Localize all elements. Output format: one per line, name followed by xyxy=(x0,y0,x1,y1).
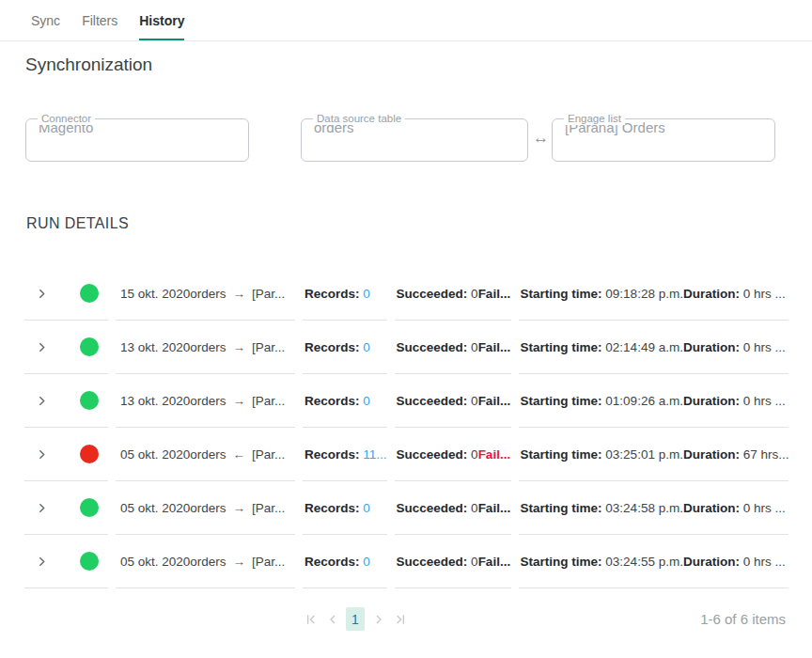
succeeded-value: 0 xyxy=(471,287,478,301)
status-dot xyxy=(80,284,99,303)
succeeded-label: Succeeded: xyxy=(397,447,468,462)
run-date: 13 okt. 2020 xyxy=(120,394,190,408)
records-label: Records: xyxy=(304,287,360,301)
succeeded-label: Succeeded: xyxy=(397,501,468,515)
expand-row-button[interactable] xyxy=(35,555,48,568)
page-title: Synchronization xyxy=(25,55,812,75)
connector-field[interactable]: Connector Magento xyxy=(25,118,249,162)
starting-time-label: Starting time: xyxy=(521,555,602,569)
starting-time-value: 09:18:28 p.m. xyxy=(605,287,683,301)
failed-label: Fail... xyxy=(478,501,511,515)
data-source-table-value: orders xyxy=(302,119,527,161)
table-row: 05 okt. 2020orders→[Par... Records: 0 Su… xyxy=(24,481,789,535)
chevron-left-icon xyxy=(325,612,340,627)
table-row: 05 okt. 2020orders→[Par... Records: 0 Su… xyxy=(24,535,789,588)
previous-page-button[interactable] xyxy=(324,611,340,627)
run-date: 05 okt. 2020 xyxy=(120,501,190,515)
records-value: 0 xyxy=(363,501,370,515)
run-history-grid: 15 okt. 2020orders→[Par... Records: 0 Su… xyxy=(17,267,796,588)
chevron-right-icon xyxy=(36,395,48,407)
succeeded-value: 0 xyxy=(471,501,478,515)
duration-label: Duration: xyxy=(683,501,740,515)
duration-value: 0 hrs ... xyxy=(743,394,786,408)
run-target: [Par... xyxy=(252,340,285,354)
table-row: 15 okt. 2020orders→[Par... Records: 0 Su… xyxy=(24,267,789,321)
swap-horizontal-icon: ↔ xyxy=(531,129,551,148)
failed-label: Fail... xyxy=(478,447,511,462)
chevron-right-icon xyxy=(36,341,48,353)
duration-value: 0 hrs ... xyxy=(743,501,786,515)
pager-nav: 1 xyxy=(303,607,408,631)
chevron-right-icon xyxy=(36,556,48,568)
records-label: Records: xyxy=(304,555,360,569)
run-details-title: RUN DETAILS xyxy=(26,215,812,232)
expand-row-button[interactable] xyxy=(35,447,48,461)
last-page-icon xyxy=(393,612,408,627)
records-label: Records: xyxy=(304,447,360,462)
first-page-button[interactable] xyxy=(303,611,319,627)
direction-arrow-icon: → xyxy=(233,287,246,301)
duration-value: 0 hrs ... xyxy=(743,287,786,301)
run-target: [Par... xyxy=(252,447,285,462)
expand-row-button[interactable] xyxy=(35,340,48,353)
tab-bar: Sync Filters History xyxy=(0,0,812,41)
starting-time-value: 03:24:55 p.m. xyxy=(605,555,683,569)
data-source-table-field[interactable]: Data source table orders xyxy=(301,118,528,162)
run-date: 15 okt. 2020 xyxy=(120,287,190,301)
duration-value: 0 hrs ... xyxy=(743,555,786,569)
succeeded-value: 0 xyxy=(471,447,478,462)
run-source: orders xyxy=(190,340,226,354)
duration-label: Duration: xyxy=(683,394,740,408)
expand-row-button[interactable] xyxy=(35,287,48,300)
starting-time-label: Starting time: xyxy=(521,447,602,462)
expand-row-button[interactable] xyxy=(35,501,48,514)
run-source: orders xyxy=(190,447,226,462)
run-target: [Par... xyxy=(252,501,285,515)
next-page-button[interactable] xyxy=(370,611,386,627)
expand-row-button[interactable] xyxy=(35,394,48,407)
run-date: 05 okt. 2020 xyxy=(120,555,190,569)
chevron-right-icon xyxy=(36,288,48,300)
connector-value: Magento xyxy=(26,119,248,161)
direction-arrow-icon: ← xyxy=(233,447,246,462)
succeeded-label: Succeeded: xyxy=(397,394,468,408)
engage-list-field[interactable]: Engage list [Parana] Orders xyxy=(552,118,775,162)
starting-time-label: Starting time: xyxy=(521,287,602,301)
records-value: 0 xyxy=(363,394,370,408)
failed-label: Fail... xyxy=(478,394,511,408)
last-page-button[interactable] xyxy=(392,611,408,627)
records-value: 0 xyxy=(363,555,370,569)
succeeded-value: 0 xyxy=(471,394,478,408)
run-source: orders xyxy=(190,555,226,569)
failed-label: Fail... xyxy=(478,287,511,301)
tab-filters[interactable]: Filters xyxy=(82,0,117,40)
succeeded-value: 0 xyxy=(471,555,478,569)
engage-list-value: [Parana] Orders xyxy=(553,119,774,161)
run-rows: 15 okt. 2020orders→[Par... Records: 0 Su… xyxy=(24,267,789,588)
duration-label: Duration: xyxy=(683,447,740,462)
succeeded-label: Succeeded: xyxy=(397,340,468,354)
status-dot xyxy=(80,445,99,463)
direction-arrow-icon: → xyxy=(233,555,246,569)
duration-value: 67 hrs... xyxy=(743,447,789,462)
starting-time-value: 01:09:26 a.m. xyxy=(605,394,683,408)
engage-list-label: Engage list xyxy=(564,113,625,125)
table-row: 13 okt. 2020orders→[Par... Records: 0 Su… xyxy=(24,321,789,374)
records-value: 0 xyxy=(363,340,370,354)
duration-value: 0 hrs ... xyxy=(743,340,786,354)
records-label: Records: xyxy=(304,501,360,515)
first-page-icon xyxy=(304,612,319,627)
starting-time-label: Starting time: xyxy=(521,501,602,515)
tab-sync[interactable]: Sync xyxy=(31,0,60,40)
chevron-right-icon xyxy=(371,612,386,627)
run-date: 13 okt. 2020 xyxy=(120,340,190,354)
chevron-right-icon xyxy=(36,502,48,514)
records-value: 11... xyxy=(363,447,386,462)
page-number-button[interactable]: 1 xyxy=(346,607,365,631)
table-row: 13 okt. 2020orders→[Par... Records: 0 Su… xyxy=(24,374,789,428)
run-target: [Par... xyxy=(252,287,285,301)
records-label: Records: xyxy=(304,394,360,408)
tab-history[interactable]: History xyxy=(139,0,184,40)
table-row: 05 okt. 2020orders←[Par... Records: 11..… xyxy=(24,428,789,481)
status-dot xyxy=(80,391,99,410)
